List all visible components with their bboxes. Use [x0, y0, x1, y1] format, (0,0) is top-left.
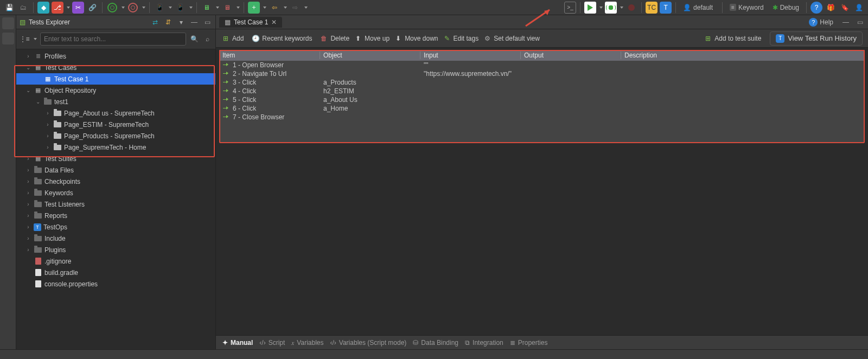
tab-variables[interactable]: 𝑥Variables: [291, 339, 323, 347]
debug-run-icon[interactable]: [605, 2, 617, 14]
maximize-icon[interactable]: ▭: [202, 17, 212, 27]
editor-maximize-icon[interactable]: ▭: [855, 17, 865, 27]
tree-test-cases[interactable]: ⌄▦Test Cases: [16, 62, 215, 73]
add-to-suite-button[interactable]: ⊞Add to test suite: [704, 34, 764, 43]
tree-data-files[interactable]: ›Data Files: [16, 164, 215, 176]
col-input[interactable]: Input: [420, 52, 520, 59]
step-row[interactable]: 3 - Clicka_Products: [219, 78, 865, 87]
record-web-dropdown[interactable]: [141, 7, 145, 9]
delete-step-button[interactable]: 🗑Delete: [320, 34, 349, 43]
debug-run-dropdown[interactable]: [619, 7, 623, 9]
view-menu-icon[interactable]: ▾: [176, 17, 186, 27]
spy-mobile-dropdown[interactable]: [168, 7, 172, 9]
col-description[interactable]: Description: [621, 52, 865, 59]
tree-reports[interactable]: ›Reports: [16, 210, 215, 221]
editor-minimize-icon[interactable]: —: [841, 17, 851, 27]
edit-tags-button[interactable]: ✎Edit tags: [443, 34, 479, 43]
col-item[interactable]: Item: [219, 52, 320, 59]
tree-keywords[interactable]: ›Keywords: [16, 187, 215, 198]
account-icon[interactable]: 👤: [853, 2, 865, 14]
tree-test-suites[interactable]: ›▦Test Suites: [16, 153, 215, 164]
tree-page-about[interactable]: ›Page_About us - SupremeTech: [16, 107, 215, 119]
collapse-all-icon[interactable]: ⇵: [163, 17, 173, 27]
window-record-dropdown[interactable]: [235, 7, 240, 9]
rail-keyword-icon[interactable]: [2, 33, 14, 44]
record-mobile-dropdown[interactable]: [188, 7, 193, 9]
run-icon[interactable]: [584, 2, 596, 14]
tree-gitignore[interactable]: .gitignore: [16, 255, 215, 267]
tree-build-gradle[interactable]: build.gradle: [16, 267, 215, 278]
step-row[interactable]: 1 - Open Browser"": [219, 61, 865, 69]
tree-checkpoints[interactable]: ›Checkpoints: [16, 176, 215, 187]
move-up-button[interactable]: ⬆Move up: [354, 34, 390, 43]
add-dropdown[interactable]: [262, 7, 266, 9]
tab-script[interactable]: ‹/›Script: [259, 339, 285, 347]
window-spy-icon[interactable]: 🖥: [201, 2, 213, 14]
spy-web-icon[interactable]: [106, 2, 118, 14]
filter-dropdown[interactable]: [33, 38, 37, 40]
spy-mobile-icon[interactable]: 📱: [154, 2, 165, 14]
help-icon[interactable]: ?: [810, 2, 822, 14]
connect-icon[interactable]: 🔗: [86, 2, 98, 14]
col-output[interactable]: Output: [520, 52, 621, 59]
forward-dropdown[interactable]: [303, 7, 308, 9]
add-step-button[interactable]: ⊞Add: [221, 34, 247, 43]
tree-page-products[interactable]: ›Page_Products - SupremeTech: [16, 130, 215, 142]
tree-profiles[interactable]: ›≣Profiles: [16, 50, 215, 62]
tab-data-binding[interactable]: ⛁Data Binding: [413, 339, 458, 347]
step-row[interactable]: 7 - Close Browser: [219, 113, 865, 121]
step-row[interactable]: 5 - Clicka_About Us: [219, 95, 865, 104]
add-icon[interactable]: ＋: [248, 2, 260, 14]
search-input[interactable]: [40, 33, 186, 46]
terminal-icon[interactable]: >_: [564, 2, 576, 14]
cut-icon[interactable]: ✂: [72, 2, 84, 14]
rail-explorer-icon[interactable]: [2, 17, 14, 29]
tab-variables-script[interactable]: ‹/›Variables (Script mode): [330, 339, 407, 347]
tag-icon[interactable]: 🔖: [839, 2, 851, 14]
katalon-icon[interactable]: ◆: [37, 2, 49, 14]
record-web-icon[interactable]: [127, 2, 139, 14]
tree-test-listeners[interactable]: ›Test Listeners: [16, 198, 215, 210]
tab-manual[interactable]: ✦Manual: [222, 339, 253, 347]
tree-testops[interactable]: ›TTestOps: [16, 221, 215, 233]
window-spy-dropdown[interactable]: [215, 7, 219, 9]
set-default-view-button[interactable]: ⚙Set default view: [483, 34, 540, 43]
profile-selector[interactable]: 👤 default: [680, 3, 718, 12]
tree-test-case-1[interactable]: ▦Test Case 1: [16, 73, 215, 85]
move-down-button[interactable]: ⬇Move down: [394, 34, 438, 43]
tree-include[interactable]: ›Include: [16, 233, 215, 244]
gift-icon[interactable]: 🎁: [825, 2, 837, 14]
link-editor-icon[interactable]: ⇄: [150, 17, 160, 27]
save-icon[interactable]: 💾: [3, 2, 15, 14]
tree-page-estim[interactable]: ›Page_ESTIM - SupremeTech: [16, 119, 215, 130]
close-icon[interactable]: ✕: [271, 18, 277, 26]
back-dropdown[interactable]: [283, 7, 287, 9]
spy-web-dropdown[interactable]: [120, 7, 125, 9]
save-all-icon[interactable]: 🗂: [17, 2, 29, 14]
editor-tab[interactable]: ▦ Test Case 1 ✕: [219, 17, 282, 28]
advanced-search-icon[interactable]: ⌕: [202, 34, 212, 44]
record-mobile-icon[interactable]: 📱: [174, 2, 186, 14]
step-row[interactable]: 2 - Navigate To Url"https://www.supremet…: [219, 69, 865, 78]
testcloud-icon[interactable]: TC: [646, 2, 658, 14]
testops-icon[interactable]: T: [660, 2, 672, 14]
filter-icon[interactable]: ⋮≡: [20, 34, 29, 44]
run-dropdown[interactable]: [598, 7, 603, 9]
record-icon[interactable]: [626, 2, 637, 14]
back-icon[interactable]: ⇦: [269, 2, 280, 14]
recent-keywords-button[interactable]: 🕘Recent keywords: [251, 34, 315, 43]
tree-test1-folder[interactable]: ⌄test1: [16, 96, 215, 107]
view-test-run-history-button[interactable]: T View Test Run History: [770, 31, 863, 46]
tree-console-properties[interactable]: console.properties: [16, 278, 215, 290]
help-button[interactable]: ? Help: [806, 17, 837, 28]
tab-properties[interactable]: ≣Properties: [510, 339, 548, 347]
keyword-view-button[interactable]: ≡ Keyword: [726, 3, 767, 12]
tab-integration[interactable]: ⧉Integration: [465, 339, 503, 347]
window-record-icon[interactable]: 🖥: [221, 2, 233, 14]
step-row[interactable]: 4 - Clickh2_ESTIM: [219, 87, 865, 95]
step-row[interactable]: 6 - Clicka_Home: [219, 104, 865, 113]
tree-page-home[interactable]: ›Page_SupremeTech - Home: [16, 142, 215, 153]
search-icon[interactable]: 🔍: [189, 34, 199, 44]
git-dropdown[interactable]: [66, 7, 70, 9]
tree-object-repository[interactable]: ⌄▦Object Repository: [16, 85, 215, 96]
